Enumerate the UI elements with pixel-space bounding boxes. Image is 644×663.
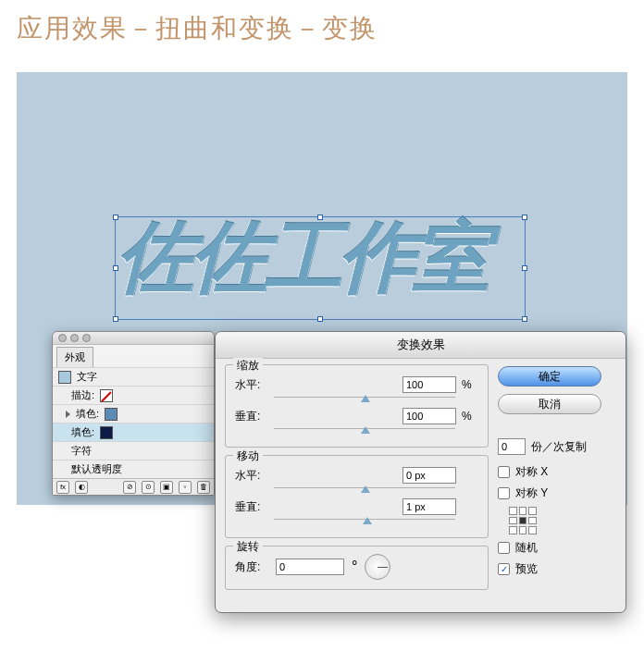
move-v-input[interactable] [402, 498, 456, 515]
row-label: 描边: [71, 388, 94, 402]
scale-v-label: 垂直: [235, 409, 268, 424]
selection-handle[interactable] [317, 215, 323, 220]
selection-handle[interactable] [113, 316, 118, 322]
angle-dial[interactable] [365, 554, 390, 580]
panel-footer: fx ◐ ⊘ ⊙ ▣ ▫ 🗑 [53, 478, 214, 495]
unit-percent: % [462, 410, 478, 423]
move-legend: 移动 [233, 448, 263, 464]
checkbox-icon[interactable] [498, 466, 510, 478]
reflect-y-label: 对称 Y [515, 485, 548, 501]
rotate-legend: 旋转 [233, 539, 263, 555]
registration-point-grid[interactable] [509, 507, 537, 534]
trash-icon[interactable]: 🗑 [197, 481, 210, 494]
angle-label: 角度: [235, 559, 268, 575]
selection-handle[interactable] [522, 265, 527, 271]
appearance-tab[interactable]: 外观 [56, 347, 93, 367]
cancel-button[interactable]: 取消 [498, 394, 601, 414]
duplicate-icon[interactable]: ▣ [160, 481, 173, 494]
panel-titlebar[interactable] [53, 332, 214, 345]
scale-v-input[interactable] [402, 408, 456, 424]
selection-handle[interactable] [113, 215, 118, 220]
scale-h-label: 水平: [235, 377, 268, 393]
transform-effect-dialog[interactable]: 变换效果 缩放 水平: % 垂直: % [215, 331, 626, 613]
preview-row[interactable]: 预览 [498, 561, 616, 577]
selection-outline [115, 216, 526, 320]
disclosure-triangle-icon[interactable] [66, 411, 70, 418]
move-group: 移动 水平: 垂直: [225, 455, 489, 538]
opacity-icon[interactable]: ◐ [75, 481, 88, 494]
appearance-row-text[interactable]: 文字 [53, 367, 214, 386]
copies-input[interactable] [498, 438, 526, 455]
move-h-input[interactable] [402, 467, 456, 484]
unit-percent: % [462, 378, 478, 391]
angle-input[interactable] [276, 559, 344, 575]
page-title: 应用效果－扭曲和变换－变换 [0, 0, 644, 57]
swatch-icon[interactable] [105, 408, 118, 421]
registration-center[interactable] [519, 517, 527, 525]
random-label: 随机 [515, 540, 538, 556]
selection-handle[interactable] [113, 265, 118, 271]
scale-legend: 缩放 [233, 358, 263, 374]
appearance-panel[interactable]: 外观 文字 描边: 填色: 填色: 字符 默认透明度 fx ◐ [52, 331, 215, 496]
checkbox-icon[interactable] [498, 563, 510, 575]
swatch-icon[interactable] [100, 426, 113, 439]
close-icon[interactable] [58, 334, 67, 342]
row-label: 文字 [77, 370, 97, 384]
move-h-slider[interactable] [274, 487, 455, 495]
reflect-y-row[interactable]: 对称 Y [498, 485, 616, 501]
none-swatch-icon[interactable] [100, 389, 113, 402]
row-label: 填色: [76, 407, 99, 421]
new-icon[interactable]: ▫ [179, 481, 192, 494]
scale-v-slider[interactable] [274, 428, 455, 436]
row-label: 默认透明度 [71, 462, 122, 476]
scale-h-input[interactable] [402, 376, 456, 393]
row-label: 填色: [71, 425, 94, 439]
reflect-x-label: 对称 X [515, 464, 548, 480]
move-h-label: 水平: [235, 468, 268, 484]
ok-button[interactable]: 确定 [498, 366, 601, 387]
appearance-row-fill-selected[interactable]: 填色: [53, 423, 214, 441]
fx-icon[interactable]: fx [56, 481, 69, 494]
reflect-x-row[interactable]: 对称 X [498, 464, 616, 480]
link-icon[interactable]: ⊙ [142, 481, 155, 494]
move-v-slider[interactable] [274, 519, 455, 526]
appearance-row-stroke[interactable]: 描边: [53, 386, 214, 404]
dialog-title: 变换效果 [216, 332, 625, 359]
selection-handle[interactable] [317, 316, 323, 322]
selection-handle[interactable] [522, 316, 527, 322]
move-v-label: 垂直: [235, 499, 268, 515]
rotate-group: 旋转 角度: ° [225, 546, 489, 590]
preview-label: 预览 [515, 561, 538, 577]
random-row[interactable]: 随机 [498, 540, 616, 556]
minimize-icon[interactable] [70, 334, 79, 342]
appearance-row-opacity[interactable]: 默认透明度 [53, 460, 214, 478]
checkbox-icon[interactable] [498, 542, 510, 554]
selected-text-object[interactable]: 佐佐工作室 [117, 218, 524, 318]
appearance-row-fill[interactable]: 填色: [53, 404, 214, 423]
appearance-row-char[interactable]: 字符 [53, 441, 214, 460]
copies-label: 份／次复制 [531, 439, 587, 455]
row-label: 字符 [71, 444, 92, 458]
swatch-icon [58, 371, 71, 384]
zoom-icon[interactable] [82, 334, 91, 342]
scale-group: 缩放 水平: % 垂直: % [225, 364, 489, 448]
checkbox-icon[interactable] [498, 487, 510, 499]
scale-h-slider[interactable] [274, 397, 455, 404]
no-icon[interactable]: ⊘ [123, 481, 136, 494]
degree-unit: ° [352, 559, 357, 575]
selection-handle[interactable] [522, 215, 527, 220]
